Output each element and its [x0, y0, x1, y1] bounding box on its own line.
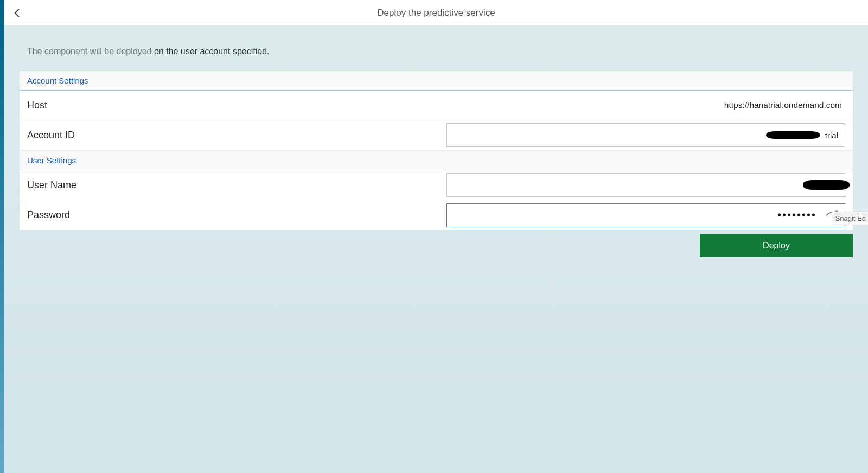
row-account-id: Account ID: [20, 120, 853, 150]
content-area: The component will be deployed on the us…: [4, 26, 868, 473]
row-username: User Name: [20, 170, 853, 200]
chevron-left-icon: [12, 8, 23, 18]
row-password: Password: [20, 200, 853, 230]
page-title: Deploy the predictive service: [4, 8, 868, 18]
section-header-user: User Settings: [20, 150, 853, 170]
section-header-account: Account Settings: [20, 71, 853, 91]
value-host: https://hanatrial.ondemand.com: [206, 100, 845, 110]
label-username: User Name: [27, 180, 206, 191]
instruction-prefix: The component will be deployed: [27, 47, 154, 56]
app-container: Deploy the predictive service The compon…: [4, 0, 868, 473]
actions-bar: Deploy: [4, 230, 868, 257]
label-host: Host: [27, 100, 206, 111]
label-account-id: Account ID: [27, 130, 206, 141]
redaction-mark: [766, 131, 820, 139]
external-overlay-label: Snagit Ed: [832, 212, 868, 225]
row-host: Host https://hanatrial.ondemand.com: [20, 91, 853, 120]
username-input[interactable]: [446, 173, 845, 197]
instruction-emph: on the user account specified.: [154, 47, 270, 56]
password-field-wrap: [446, 203, 845, 227]
label-password: Password: [27, 209, 206, 221]
top-bar: Deploy the predictive service: [4, 0, 868, 26]
password-input[interactable]: [447, 204, 821, 227]
instruction-text: The component will be deployed on the us…: [4, 26, 868, 71]
deploy-button[interactable]: Deploy: [700, 234, 853, 257]
redaction-mark: [803, 180, 850, 190]
back-button[interactable]: [4, 0, 30, 26]
form-panel: Account Settings Host https://hanatrial.…: [20, 71, 853, 230]
